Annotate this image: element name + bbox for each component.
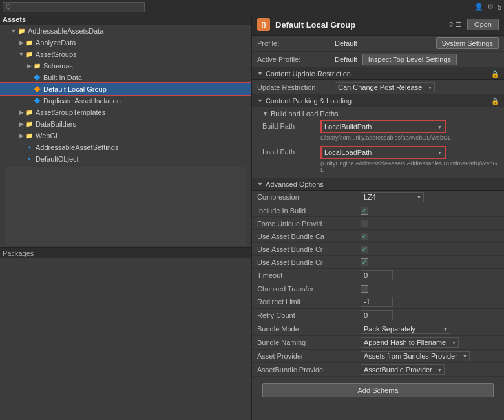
build-load-header: ▼ Build and Load Paths <box>262 110 499 118</box>
bundle-naming-label: Bundle Naming <box>257 339 361 346</box>
bundle-mode-label: Bundle Mode <box>257 325 361 333</box>
folder-icon-data-builders: 📁 <box>25 120 34 129</box>
tree-label-asset-group-templates: AssetGroupTemplates <box>36 109 105 116</box>
load-path-dropdown[interactable]: LocalLoadPath <box>322 147 445 158</box>
redirect-limit-row: Redirect Limit <box>252 295 504 309</box>
tree-label-addressable-assets-data: AddressableAssetsData <box>28 27 103 35</box>
content-update-label: Content Update Restriction <box>266 70 351 78</box>
load-path-sub-text: (UnityEngine.AddressableAssets.Addressab… <box>320 160 499 173</box>
folder-icon: 📁 <box>17 26 26 36</box>
bundle-mode-row: Bundle Mode Pack Separately Pack Togethe… <box>252 322 504 336</box>
profile-value: Default <box>335 39 357 47</box>
include-in-build-label: Include In Build <box>257 207 361 215</box>
open-button[interactable]: Open <box>467 19 499 30</box>
asset-provider-label: Asset Provider <box>257 352 361 360</box>
content-packing-section-header[interactable]: ▼ Content Packing & Loading 🔒 <box>252 95 504 107</box>
force-unique-checkbox[interactable] <box>361 220 368 227</box>
asset-icon-default-obj: 🔹 <box>25 154 34 163</box>
active-profile-row: Active Profile: Default Inspect Top Leve… <box>252 52 504 68</box>
tree-item-asset-group-templates[interactable]: 📁 AssetGroupTemplates <box>0 107 251 118</box>
inspect-top-level-button[interactable]: Inspect Top Level Settings <box>362 54 457 65</box>
force-unique-label: Force Unique Provid <box>257 220 361 227</box>
assets-section-header: Assets <box>0 14 251 25</box>
folder-icon-agt: 📁 <box>25 108 34 117</box>
timeout-row: Timeout <box>252 269 504 282</box>
update-restriction-dropdown[interactable]: Can Change Post Release <box>335 82 435 92</box>
force-unique-row: Force Unique Provid <box>252 217 504 230</box>
redacted-content <box>5 167 246 245</box>
bundle-naming-dropdown[interactable]: Append Hash to Filename Filename <box>361 337 459 348</box>
assetbundle-provider-row: AssetBundle Provide AssetBundle Provider <box>252 363 504 377</box>
use-asset-bundle-ca-checkbox[interactable]: ✓ <box>361 233 368 240</box>
tree-item-addressable-asset-settings[interactable]: 🔹 AddressableAssetSettings <box>0 142 251 153</box>
folder-icon-schemas: 📁 <box>32 61 41 70</box>
arrow-analyze <box>18 39 25 46</box>
tree-item-data-builders[interactable]: 📁 DataBuilders <box>0 118 251 130</box>
group-icon: {} <box>257 18 270 31</box>
asset-provider-dropdown[interactable]: Assets from Bundles Provider <box>361 351 470 361</box>
asset-provider-row: Asset Provider Assets from Bundles Provi… <box>252 350 504 363</box>
tree-label-webgl: WebGL <box>36 132 59 140</box>
redirect-limit-label: Redirect Limit <box>257 298 361 306</box>
bundle-naming-dropdown-wrapper: Append Hash to Filename Filename <box>361 337 459 348</box>
use-asset-bundle-cr2-label: Use Asset Bundle Cr <box>257 258 361 266</box>
system-settings-button[interactable]: System Settings <box>436 37 499 49</box>
advanced-options-section-header[interactable]: ▼ Advanced Options <box>252 178 504 191</box>
tree-item-built-in-data[interactable]: 🔷 Built In Data <box>0 72 251 83</box>
tree-label-schemas: Schemas <box>43 62 73 70</box>
tree-item-default-local-group[interactable]: 🔶 Default Local Group <box>0 83 251 95</box>
tree-label-analyze-data: AnalyzeData <box>36 39 76 47</box>
tree-item-webgl[interactable]: 📁 WebGL <box>0 130 251 142</box>
tree-item-addressable-assets-data[interactable]: 📁 AddressableAssetsData <box>0 25 251 37</box>
build-path-dropdown[interactable]: LocalBuildPath <box>322 121 445 132</box>
assetbundle-provider-dropdown[interactable]: AssetBundle Provider <box>361 364 445 375</box>
content-update-section-header[interactable]: ▼ Content Update Restriction 🔒 <box>252 68 504 80</box>
use-asset-bundle-ca-label: Use Asset Bundle Ca <box>257 233 361 240</box>
person-icon[interactable]: 👤 <box>474 3 483 11</box>
tree-item-analyze-data[interactable]: 📁 AnalyzeData <box>0 37 251 48</box>
compression-dropdown[interactable]: LZ4 Uncompressed LZMA <box>361 192 424 202</box>
badge: 5 <box>498 3 501 11</box>
header-icons: ? ☰ <box>449 21 462 29</box>
include-in-build-row: Include In Build ✓ <box>252 204 504 217</box>
use-asset-bundle-cr1-checkbox[interactable]: ✓ <box>361 246 368 253</box>
timeout-input[interactable] <box>361 270 393 280</box>
tree-label-built-in-data: Built In Data <box>43 74 82 81</box>
compression-label: Compression <box>257 193 361 201</box>
menu-icon[interactable]: ☰ <box>456 21 462 29</box>
update-restriction-label: Update Restriction <box>257 83 335 91</box>
toolbar: 👤 ⚙ 5 <box>0 0 504 14</box>
advanced-options-label: Advanced Options <box>266 180 324 188</box>
section-arrow-update: ▼ <box>257 70 263 77</box>
chunked-transfer-checkbox[interactable] <box>361 285 368 293</box>
arrow-asset-groups <box>18 51 25 58</box>
arrow-data-builders <box>18 121 25 127</box>
tree-item-default-object[interactable]: 🔹 DefaultObject <box>0 153 251 165</box>
redirect-limit-input[interactable] <box>361 297 393 307</box>
lock-icon: 🔒 <box>491 70 499 78</box>
add-schema-container: Add Schema <box>252 377 504 404</box>
arrow-webgl <box>18 132 25 139</box>
tree-item-duplicate-asset[interactable]: 🔷 Duplicate Asset Isolation <box>0 95 251 107</box>
assetbundle-provider-label: AssetBundle Provide <box>257 366 361 373</box>
tree-label-duplicate-asset: Duplicate Asset Isolation <box>43 97 121 105</box>
include-in-build-checkbox[interactable]: ✓ <box>361 207 368 215</box>
left-panel: Assets 📁 AddressableAssetsData 📁 Analyze… <box>0 14 252 420</box>
tree-item-schemas[interactable]: 📁 Schemas <box>0 60 251 72</box>
tree-item-asset-groups[interactable]: 📁 AssetGroups <box>0 48 251 60</box>
bundle-naming-row: Bundle Naming Append Hash to Filename Fi… <box>252 336 504 350</box>
load-path-label: Load Path <box>262 146 320 156</box>
tree-label-aas: AddressableAssetSettings <box>36 143 118 151</box>
right-panel-title: Default Local Group <box>275 20 444 30</box>
use-asset-bundle-cr2-checkbox[interactable]: ✓ <box>361 258 368 266</box>
bundle-mode-dropdown[interactable]: Pack Separately Pack Together Pack Toget… <box>361 324 450 334</box>
use-asset-bundle-cr1-row: Use Asset Bundle Cr ✓ <box>252 243 504 256</box>
settings-icon[interactable]: ⚙ <box>487 3 494 11</box>
retry-count-label: Retry Count <box>257 311 361 319</box>
retry-count-input[interactable] <box>361 310 393 320</box>
assetbundle-provider-dropdown-wrapper: AssetBundle Provider <box>361 364 445 375</box>
search-input[interactable] <box>3 2 145 12</box>
load-path-row: Load Path LocalLoadPath (UnityEngine.Add… <box>262 146 499 173</box>
question-icon[interactable]: ? <box>449 21 453 28</box>
add-schema-button[interactable]: Add Schema <box>262 383 494 397</box>
